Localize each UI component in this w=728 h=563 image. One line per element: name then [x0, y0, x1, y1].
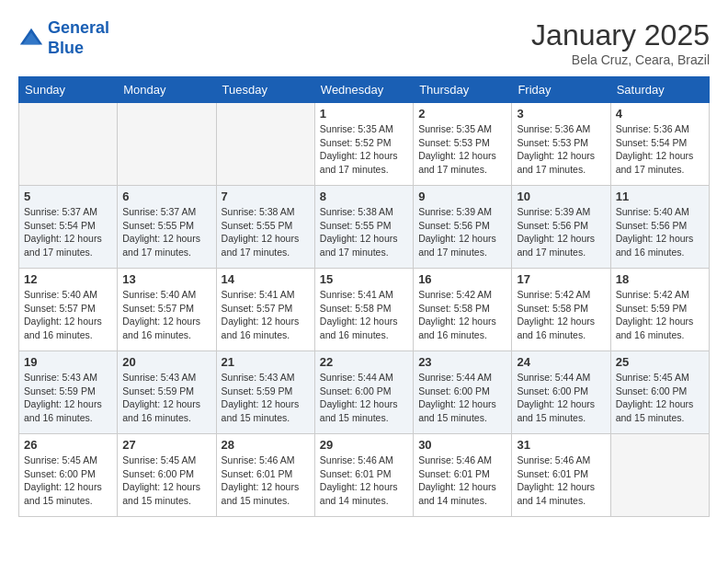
- day-info: Sunrise: 5:36 AM Sunset: 5:54 PM Dayligh…: [616, 122, 704, 177]
- weekday-header-saturday: Saturday: [610, 77, 709, 103]
- day-number: 14: [222, 272, 310, 286]
- calendar-cell: 20Sunrise: 5:43 AM Sunset: 5:59 PM Dayli…: [118, 351, 216, 434]
- calendar-cell: 5Sunrise: 5:37 AM Sunset: 5:54 PM Daylig…: [19, 186, 118, 269]
- day-info: Sunrise: 5:45 AM Sunset: 6:00 PM Dayligh…: [616, 371, 704, 425]
- calendar-week-row: 12Sunrise: 5:40 AM Sunset: 5:57 PM Dayli…: [19, 269, 710, 351]
- calendar-cell: 13Sunrise: 5:40 AM Sunset: 5:57 PM Dayli…: [118, 269, 216, 351]
- day-info: Sunrise: 5:35 AM Sunset: 5:52 PM Dayligh…: [320, 122, 408, 177]
- day-number: 15: [320, 272, 408, 286]
- calendar-cell: 11Sunrise: 5:40 AM Sunset: 5:56 PM Dayli…: [610, 186, 709, 269]
- day-number: 18: [616, 272, 704, 286]
- day-number: 10: [517, 190, 605, 203]
- day-info: Sunrise: 5:40 AM Sunset: 5:57 PM Dayligh…: [24, 288, 112, 342]
- day-number: 3: [517, 107, 605, 121]
- day-number: 13: [122, 272, 210, 286]
- day-info: Sunrise: 5:45 AM Sunset: 6:00 PM Dayligh…: [24, 454, 112, 508]
- day-number: 6: [122, 190, 210, 203]
- month-title: January 2025: [531, 18, 710, 52]
- day-info: Sunrise: 5:46 AM Sunset: 6:01 PM Dayligh…: [418, 454, 506, 508]
- day-info: Sunrise: 5:42 AM Sunset: 5:58 PM Dayligh…: [418, 288, 506, 342]
- calendar-cell: 7Sunrise: 5:38 AM Sunset: 5:55 PM Daylig…: [216, 186, 314, 269]
- day-info: Sunrise: 5:40 AM Sunset: 5:56 PM Dayligh…: [616, 205, 704, 259]
- calendar-cell: 29Sunrise: 5:46 AM Sunset: 6:01 PM Dayli…: [314, 434, 413, 517]
- day-number: 28: [222, 438, 310, 452]
- day-number: 19: [24, 355, 112, 369]
- day-number: 17: [517, 272, 605, 286]
- location: Bela Cruz, Ceara, Brazil: [531, 52, 710, 67]
- calendar-cell: [118, 103, 216, 186]
- day-info: Sunrise: 5:38 AM Sunset: 5:55 PM Dayligh…: [222, 205, 310, 259]
- calendar-cell: 9Sunrise: 5:39 AM Sunset: 5:56 PM Daylig…: [414, 186, 512, 269]
- day-number: 8: [320, 190, 408, 203]
- day-number: 5: [24, 190, 112, 203]
- calendar-cell: 17Sunrise: 5:42 AM Sunset: 5:58 PM Dayli…: [512, 269, 610, 351]
- calendar-table: SundayMondayTuesdayWednesdayThursdayFrid…: [18, 76, 710, 517]
- day-number: 22: [320, 355, 408, 369]
- weekday-header-friday: Friday: [512, 77, 610, 103]
- day-info: Sunrise: 5:43 AM Sunset: 5:59 PM Dayligh…: [222, 371, 310, 425]
- day-number: 16: [418, 272, 506, 286]
- calendar-cell: 1Sunrise: 5:35 AM Sunset: 5:52 PM Daylig…: [314, 103, 413, 186]
- day-number: 21: [222, 355, 310, 369]
- day-number: 9: [418, 190, 506, 203]
- logo-icon: [18, 26, 44, 52]
- calendar-week-row: 5Sunrise: 5:37 AM Sunset: 5:54 PM Daylig…: [19, 186, 710, 269]
- day-number: 4: [616, 107, 704, 121]
- calendar-cell: 27Sunrise: 5:45 AM Sunset: 6:00 PM Dayli…: [118, 434, 216, 517]
- logo-text: General Blue: [48, 18, 109, 58]
- calendar-cell: 21Sunrise: 5:43 AM Sunset: 5:59 PM Dayli…: [216, 351, 314, 434]
- calendar-cell: 12Sunrise: 5:40 AM Sunset: 5:57 PM Dayli…: [19, 269, 118, 351]
- calendar-cell: 26Sunrise: 5:45 AM Sunset: 6:00 PM Dayli…: [19, 434, 118, 517]
- calendar-cell: 22Sunrise: 5:44 AM Sunset: 6:00 PM Dayli…: [314, 351, 413, 434]
- weekday-header-thursday: Thursday: [414, 77, 512, 103]
- calendar-cell: 24Sunrise: 5:44 AM Sunset: 6:00 PM Dayli…: [512, 351, 610, 434]
- calendar-cell: [19, 103, 118, 186]
- day-number: 30: [418, 438, 506, 452]
- weekday-header-monday: Monday: [118, 77, 216, 103]
- day-info: Sunrise: 5:41 AM Sunset: 5:57 PM Dayligh…: [222, 288, 310, 342]
- day-number: 7: [222, 190, 310, 203]
- weekday-header-row: SundayMondayTuesdayWednesdayThursdayFrid…: [19, 77, 710, 103]
- calendar-cell: 23Sunrise: 5:44 AM Sunset: 6:00 PM Dayli…: [414, 351, 512, 434]
- calendar-cell: 3Sunrise: 5:36 AM Sunset: 5:53 PM Daylig…: [512, 103, 610, 186]
- day-info: Sunrise: 5:44 AM Sunset: 6:00 PM Dayligh…: [320, 371, 408, 425]
- calendar-cell: 16Sunrise: 5:42 AM Sunset: 5:58 PM Dayli…: [414, 269, 512, 351]
- day-info: Sunrise: 5:42 AM Sunset: 5:58 PM Dayligh…: [517, 288, 605, 342]
- calendar-cell: 31Sunrise: 5:46 AM Sunset: 6:01 PM Dayli…: [512, 434, 610, 517]
- calendar-cell: [216, 103, 314, 186]
- day-number: 2: [418, 107, 506, 121]
- day-number: 26: [24, 438, 112, 452]
- day-number: 20: [122, 355, 210, 369]
- day-info: Sunrise: 5:46 AM Sunset: 6:01 PM Dayligh…: [517, 454, 605, 508]
- calendar-cell: 2Sunrise: 5:35 AM Sunset: 5:53 PM Daylig…: [414, 103, 512, 186]
- logo: General Blue: [18, 18, 109, 58]
- day-info: Sunrise: 5:37 AM Sunset: 5:54 PM Dayligh…: [24, 205, 112, 259]
- weekday-header-wednesday: Wednesday: [314, 77, 413, 103]
- title-block: January 2025 Bela Cruz, Ceara, Brazil: [531, 18, 710, 67]
- day-info: Sunrise: 5:46 AM Sunset: 6:01 PM Dayligh…: [320, 454, 408, 508]
- calendar-cell: 10Sunrise: 5:39 AM Sunset: 5:56 PM Dayli…: [512, 186, 610, 269]
- day-info: Sunrise: 5:39 AM Sunset: 5:56 PM Dayligh…: [418, 205, 506, 259]
- day-info: Sunrise: 5:39 AM Sunset: 5:56 PM Dayligh…: [517, 205, 605, 259]
- calendar-cell: 8Sunrise: 5:38 AM Sunset: 5:55 PM Daylig…: [314, 186, 413, 269]
- day-info: Sunrise: 5:37 AM Sunset: 5:55 PM Dayligh…: [122, 205, 210, 259]
- calendar-cell: 14Sunrise: 5:41 AM Sunset: 5:57 PM Dayli…: [216, 269, 314, 351]
- day-number: 11: [616, 190, 704, 203]
- day-number: 23: [418, 355, 506, 369]
- day-number: 1: [320, 107, 408, 121]
- day-info: Sunrise: 5:43 AM Sunset: 5:59 PM Dayligh…: [24, 371, 112, 425]
- day-number: 25: [616, 355, 704, 369]
- calendar-week-row: 26Sunrise: 5:45 AM Sunset: 6:00 PM Dayli…: [19, 434, 710, 517]
- day-info: Sunrise: 5:43 AM Sunset: 5:59 PM Dayligh…: [122, 371, 210, 425]
- calendar-cell: 25Sunrise: 5:45 AM Sunset: 6:00 PM Dayli…: [610, 351, 709, 434]
- day-info: Sunrise: 5:40 AM Sunset: 5:57 PM Dayligh…: [122, 288, 210, 342]
- page-header: General Blue January 2025 Bela Cruz, Cea…: [18, 18, 710, 67]
- calendar-cell: 15Sunrise: 5:41 AM Sunset: 5:58 PM Dayli…: [314, 269, 413, 351]
- day-info: Sunrise: 5:41 AM Sunset: 5:58 PM Dayligh…: [320, 288, 408, 342]
- day-info: Sunrise: 5:35 AM Sunset: 5:53 PM Dayligh…: [418, 122, 506, 177]
- calendar-cell: [610, 434, 709, 517]
- day-info: Sunrise: 5:44 AM Sunset: 6:00 PM Dayligh…: [418, 371, 506, 425]
- weekday-header-tuesday: Tuesday: [216, 77, 314, 103]
- calendar-week-row: 19Sunrise: 5:43 AM Sunset: 5:59 PM Dayli…: [19, 351, 710, 434]
- calendar-cell: 28Sunrise: 5:46 AM Sunset: 6:01 PM Dayli…: [216, 434, 314, 517]
